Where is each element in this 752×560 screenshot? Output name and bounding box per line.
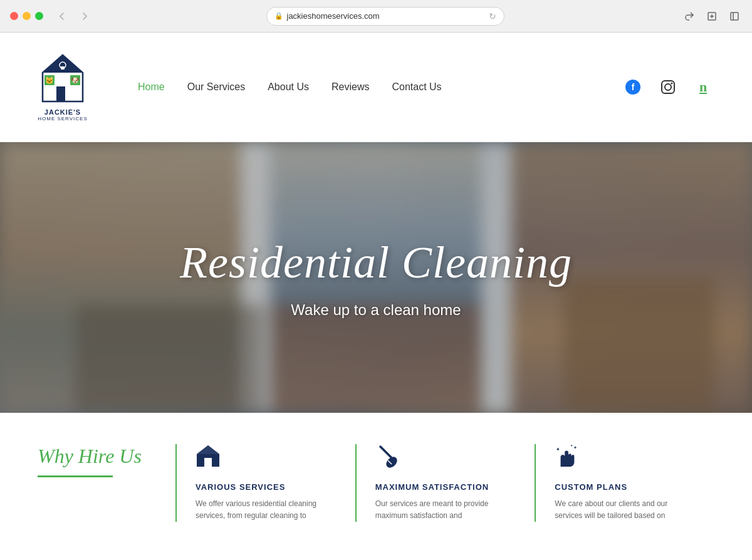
logo-name: JACKIE'S — [44, 108, 81, 116]
nextdoor-letter: n — [699, 79, 707, 95]
hero-content: Residential Cleaning Wake up to a clean … — [180, 237, 572, 319]
service-col-custom: ✦ ✦ ✦ CUSTOM PLANS We care about our cli… — [535, 444, 714, 522]
nextdoor-icon[interactable]: n — [692, 76, 714, 98]
svg-rect-17 — [204, 458, 212, 467]
lock-icon: 🔒 — [274, 12, 283, 20]
nav-services[interactable]: Our Services — [187, 81, 245, 93]
nav-about[interactable]: About Us — [268, 81, 309, 93]
sidebar-button[interactable] — [727, 9, 742, 24]
service-desc-custom: We care about our clients and our servic… — [555, 498, 696, 522]
browser-window: 🔒 jackieshomeservices.com ↻ — [0, 0, 752, 560]
service-col-various: VARIOUS SERVICES We offer various reside… — [175, 444, 355, 522]
why-section: Why Hire Us VARIOUS SERVICES We offer va… — [0, 413, 752, 541]
minimize-dot[interactable] — [23, 12, 31, 20]
nav-buttons — [53, 8, 93, 25]
addressbar-wrap: 🔒 jackieshomeservices.com ↻ — [98, 7, 672, 26]
svg-marker-3 — [43, 55, 83, 73]
svg-text:f: f — [632, 82, 635, 92]
forward-button[interactable] — [76, 8, 93, 25]
nav-home[interactable]: Home — [138, 81, 165, 93]
service-title-various: VARIOUS SERVICES — [196, 482, 337, 492]
svg-rect-1 — [731, 13, 738, 20]
maximize-dot[interactable] — [35, 12, 43, 20]
window-controls — [10, 12, 43, 20]
close-dot[interactable] — [10, 12, 18, 20]
hero-section: Residential Cleaning Wake up to a clean … — [0, 142, 752, 413]
svg-text:✦: ✦ — [570, 444, 573, 447]
website-content: 🐱 🐶 JACKIE'S HOME SERVICES Home Our Serv… — [0, 33, 752, 560]
logo-icon: 🐱 🐶 — [38, 53, 88, 106]
back-button[interactable] — [53, 8, 71, 25]
nav-contact[interactable]: Contact Us — [392, 81, 441, 93]
svg-text:🐱: 🐱 — [45, 76, 54, 85]
broom-icon — [375, 444, 516, 474]
why-left: Why Hire Us — [38, 444, 175, 522]
service-col-satisfaction: MAXIMUM SATISFACTION Our services are me… — [355, 444, 535, 522]
logo-subtext: HOME SERVICES — [38, 116, 88, 122]
browser-toolbar: 🔒 jackieshomeservices.com ↻ — [0, 0, 752, 33]
svg-marker-18 — [197, 445, 219, 454]
house-icon — [196, 444, 337, 474]
site-header: 🐱 🐶 JACKIE'S HOME SERVICES Home Our Serv… — [0, 33, 752, 142]
url-text: jackieshomeservices.com — [287, 11, 380, 21]
service-desc-various: We offer various residential cleaning se… — [196, 498, 337, 522]
svg-point-15 — [671, 83, 673, 85]
hero-subtitle: Wake up to a clean home — [180, 301, 572, 319]
svg-text:🐶: 🐶 — [71, 76, 80, 85]
instagram-icon[interactable] — [657, 76, 679, 98]
svg-text:✦: ✦ — [574, 445, 578, 450]
svg-rect-4 — [56, 86, 65, 101]
logo-area: 🐱 🐶 JACKIE'S HOME SERVICES — [38, 53, 88, 122]
refresh-icon[interactable]: ↻ — [489, 11, 496, 21]
service-columns: VARIOUS SERVICES We offer various reside… — [175, 444, 714, 522]
why-title: Why Hire Us — [38, 444, 150, 468]
service-desc-satisfaction: Our services are meant to provide maximu… — [375, 498, 516, 522]
browser-actions — [682, 9, 742, 24]
why-underline — [38, 475, 113, 477]
svg-point-14 — [665, 84, 671, 90]
sparkle-hand-icon: ✦ ✦ ✦ — [555, 444, 696, 474]
service-title-satisfaction: MAXIMUM SATISFACTION — [375, 482, 516, 492]
address-bar[interactable]: 🔒 jackieshomeservices.com ↻ — [266, 7, 504, 26]
nav-reviews[interactable]: Reviews — [332, 81, 369, 93]
facebook-icon[interactable]: f — [622, 76, 644, 98]
main-nav: Home Our Services About Us Reviews Conta… — [138, 81, 622, 93]
new-tab-button[interactable] — [704, 9, 719, 24]
share-button[interactable] — [682, 9, 697, 24]
svg-text:✦: ✦ — [556, 447, 560, 452]
svg-rect-10 — [61, 66, 65, 70]
social-icons: f n — [622, 76, 714, 98]
service-title-custom: CUSTOM PLANS — [555, 482, 696, 492]
hero-title: Residential Cleaning — [180, 237, 572, 289]
